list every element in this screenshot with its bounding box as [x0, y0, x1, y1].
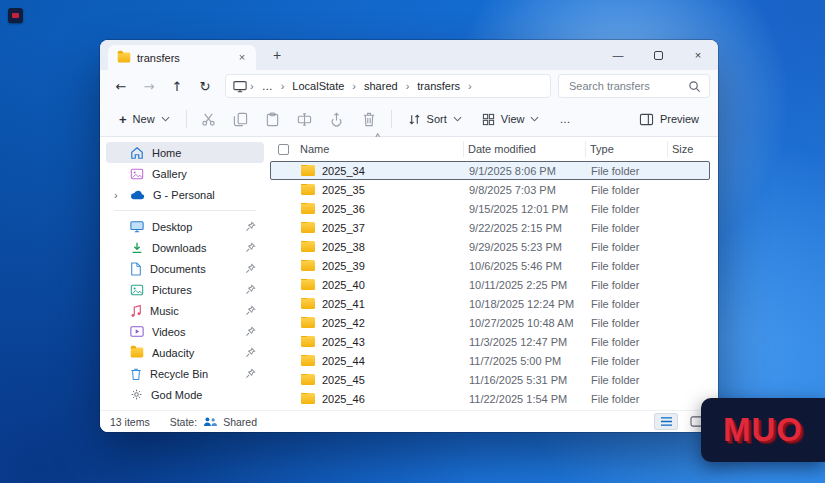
search-box[interactable] — [558, 74, 710, 98]
view-button-label: View — [501, 113, 525, 125]
sidebar-item-documents[interactable]: Documents — [106, 258, 264, 279]
file-explorer-window: transfers × + — × ← → ↑ ↻ › … › — [100, 40, 718, 432]
folder-icon — [301, 393, 315, 404]
plus-icon: + — [119, 114, 127, 125]
file-name: 2025_46 — [322, 393, 365, 405]
file-name-cell: 2025_39 — [297, 260, 465, 272]
sidebar-item-audacity[interactable]: Audacity — [106, 342, 264, 363]
file-row[interactable]: 2025_38 9/29/2025 5:23 PM File folder — [270, 237, 710, 256]
column-header-name[interactable]: ^ Name — [296, 141, 464, 157]
chevron-right-icon: › — [468, 80, 472, 92]
column-header-type[interactable]: Type — [586, 141, 668, 157]
paste-icon — [265, 112, 280, 127]
folder-icon — [301, 203, 315, 214]
sidebar-item-pictures[interactable]: Pictures — [106, 279, 264, 300]
chevron-right-icon[interactable]: › — [114, 189, 118, 201]
breadcrumb-localstate[interactable]: LocalState — [287, 79, 349, 93]
title-bar[interactable]: transfers × + — × — [100, 40, 718, 70]
delete-button[interactable] — [354, 106, 384, 132]
view-button[interactable]: View — [473, 109, 549, 130]
window-body: Home Gallery › G - Personal — [100, 137, 718, 410]
file-name-cell: 2025_37 — [297, 222, 465, 234]
details-view-button[interactable] — [654, 413, 678, 430]
file-row[interactable]: 2025_37 9/22/2025 2:15 PM File folder — [270, 218, 710, 237]
date-modified-cell: 9/1/2025 8:06 PM — [465, 165, 587, 177]
breadcrumb-overflow[interactable]: … — [257, 79, 278, 93]
breadcrumb[interactable]: › … › LocalState › shared › transfers › — [225, 74, 551, 98]
date-modified-cell: 10/18/2025 12:24 PM — [465, 298, 587, 310]
date-modified-cell: 9/8/2025 7:03 PM — [465, 184, 587, 196]
file-row[interactable]: 2025_40 10/11/2025 2:25 PM File folder — [270, 275, 710, 294]
pin-icon — [245, 242, 256, 253]
preview-button[interactable]: Preview — [630, 109, 708, 130]
cut-button[interactable] — [194, 106, 224, 132]
sidebar-item-gallery[interactable]: Gallery — [106, 163, 264, 184]
forward-button[interactable]: → — [136, 74, 162, 98]
date-modified-cell: 11/7/2025 5:00 PM — [465, 355, 587, 367]
maximize-button[interactable] — [638, 40, 678, 70]
column-header-date-modified[interactable]: Date modified — [464, 141, 586, 157]
sort-button[interactable]: Sort — [399, 109, 471, 130]
rename-button[interactable] — [290, 106, 320, 132]
status-bar: 13 items State: Shared — [100, 410, 718, 432]
select-all-checkbox[interactable] — [278, 144, 289, 155]
scissors-icon — [201, 112, 216, 127]
file-name-cell: 2025_38 — [297, 241, 465, 253]
up-button[interactable]: ↑ — [164, 74, 190, 98]
sidebar-item-onedrive-personal[interactable]: › G - Personal — [106, 184, 264, 205]
paste-button[interactable] — [258, 106, 288, 132]
tab-transfers[interactable]: transfers × — [108, 45, 256, 70]
breadcrumb-shared[interactable]: shared — [359, 79, 403, 93]
sidebar-item-downloads[interactable]: Downloads — [106, 237, 264, 258]
window-controls: — × — [598, 40, 718, 70]
desktop-logo-icon — [8, 8, 23, 23]
file-row[interactable]: 2025_35 9/8/2025 7:03 PM File folder — [270, 180, 710, 199]
tab-title: transfers — [137, 52, 228, 64]
this-pc-icon — [233, 80, 247, 93]
folder-icon — [301, 260, 315, 271]
sidebar-item-recycle-bin[interactable]: Recycle Bin — [106, 363, 264, 384]
home-icon — [130, 146, 144, 160]
folder-icon — [301, 279, 315, 290]
address-bar-row: ← → ↑ ↻ › … › LocalState › shared › tran… — [100, 70, 718, 102]
file-name: 2025_42 — [322, 317, 365, 329]
pin-icon — [245, 221, 256, 232]
column-header-size[interactable]: Size — [668, 141, 710, 157]
file-row[interactable]: 2025_44 11/7/2025 5:00 PM File folder — [270, 351, 710, 370]
trash-icon — [362, 112, 376, 127]
file-name-cell: 2025_40 — [297, 279, 465, 291]
sidebar-item-desktop[interactable]: Desktop — [106, 216, 264, 237]
file-row[interactable]: 2025_41 10/18/2025 12:24 PM File folder — [270, 294, 710, 313]
tab-close-icon[interactable]: × — [234, 50, 250, 66]
breadcrumb-transfers[interactable]: transfers — [412, 79, 465, 93]
sidebar-item-music[interactable]: Music — [106, 300, 264, 321]
sidebar-item-videos[interactable]: Videos — [106, 321, 264, 342]
new-tab-button[interactable]: + — [266, 47, 288, 63]
file-name: 2025_38 — [322, 241, 365, 253]
more-options-button[interactable]: … — [550, 109, 579, 129]
back-button[interactable]: ← — [108, 74, 134, 98]
sidebar-item-god-mode[interactable]: God Mode — [106, 384, 264, 405]
sidebar-item-home[interactable]: Home — [106, 142, 264, 163]
search-input[interactable] — [567, 79, 682, 93]
file-name-cell: 2025_44 — [297, 355, 465, 367]
pin-icon — [245, 263, 256, 274]
file-row[interactable]: 2025_46 11/22/2025 1:54 PM File folder — [270, 389, 710, 408]
folder-icon — [301, 184, 315, 195]
copy-button[interactable] — [226, 106, 256, 132]
file-row[interactable]: 2025_42 10/27/2025 10:48 AM File folder — [270, 313, 710, 332]
minimize-button[interactable]: — — [598, 40, 638, 70]
new-button[interactable]: + New — [110, 109, 179, 129]
type-cell: File folder — [587, 355, 669, 367]
file-row[interactable]: 2025_45 11/16/2025 5:31 PM File folder — [270, 370, 710, 389]
file-row[interactable]: 2025_39 10/6/2025 5:46 PM File folder — [270, 256, 710, 275]
share-button[interactable] — [322, 106, 352, 132]
file-name: 2025_41 — [322, 298, 365, 310]
type-cell: File folder — [587, 279, 669, 291]
file-row[interactable]: 2025_34 9/1/2025 8:06 PM File folder — [270, 161, 710, 180]
file-row[interactable]: 2025_43 11/3/2025 12:47 PM File folder — [270, 332, 710, 351]
file-row[interactable]: 2025_36 9/15/2025 12:01 PM File folder — [270, 199, 710, 218]
folder-icon — [301, 222, 315, 233]
close-button[interactable]: × — [678, 40, 718, 70]
refresh-button[interactable]: ↻ — [192, 74, 218, 98]
